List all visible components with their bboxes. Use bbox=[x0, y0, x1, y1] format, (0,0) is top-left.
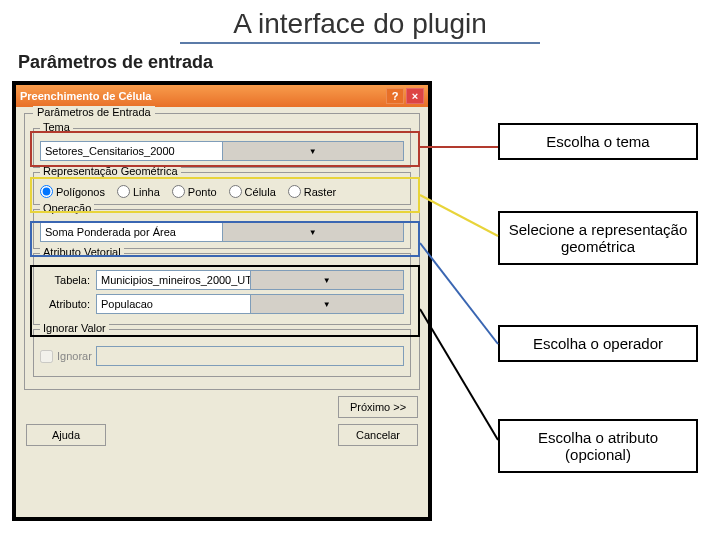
ignorar-title: Ignorar Valor bbox=[40, 322, 109, 334]
plugin-dialog: Preenchimento de Célula ? × Parâmetros d… bbox=[12, 81, 432, 521]
atributo-label: Atributo: bbox=[40, 298, 90, 310]
dialog-title: Preenchimento de Célula bbox=[20, 90, 151, 102]
operacao-title: Operação bbox=[40, 202, 94, 214]
cancelar-button[interactable]: Cancelar bbox=[338, 424, 418, 446]
subgroup-tema: Tema Setores_Censitarios_2000 ▼ bbox=[33, 128, 411, 168]
callout-tema: Escolha o tema bbox=[498, 123, 698, 160]
chevron-down-icon[interactable]: ▼ bbox=[250, 271, 404, 289]
connector-attr bbox=[420, 305, 500, 445]
help-icon[interactable]: ? bbox=[386, 88, 404, 104]
connector-repr bbox=[420, 191, 500, 241]
ajuda-button[interactable]: Ajuda bbox=[26, 424, 106, 446]
callout-oper: Escolha o operador bbox=[498, 325, 698, 362]
atributo-combo[interactable]: Populacao ▼ bbox=[96, 294, 404, 314]
chevron-down-icon[interactable]: ▼ bbox=[222, 223, 404, 241]
atributo-value: Populacao bbox=[97, 298, 250, 310]
chevron-down-icon[interactable]: ▼ bbox=[222, 142, 404, 160]
tema-combo[interactable]: Setores_Censitarios_2000 ▼ bbox=[40, 141, 404, 161]
tabela-label: Tabela: bbox=[40, 274, 90, 286]
tema-title: Tema bbox=[40, 121, 73, 133]
chevron-down-icon[interactable]: ▼ bbox=[250, 295, 404, 313]
slide-title: A interface do plugin bbox=[0, 8, 720, 40]
operacao-combo[interactable]: Soma Ponderada por Área ▼ bbox=[40, 222, 404, 242]
slide-subtitle: Parâmetros de entrada bbox=[18, 52, 720, 73]
radio-ponto[interactable]: Ponto bbox=[172, 185, 217, 198]
tabela-value: Municipios_mineiros_2000_UTM1 bbox=[97, 274, 250, 286]
ignorar-checkbox[interactable]: Ignorar bbox=[40, 350, 90, 363]
callout-attr: Escolha o atributo (opcional) bbox=[498, 419, 698, 473]
radio-linha[interactable]: Linha bbox=[117, 185, 160, 198]
ignorar-field bbox=[96, 346, 404, 366]
radio-raster[interactable]: Raster bbox=[288, 185, 336, 198]
tabela-combo[interactable]: Municipios_mineiros_2000_UTM1 ▼ bbox=[96, 270, 404, 290]
subgroup-representacao: Representação Geométrica Polígonos Linha… bbox=[33, 172, 411, 205]
subgroup-atributo: Atributo Vetorial Tabela: Municipios_min… bbox=[33, 253, 411, 325]
group-title: Parâmetros de Entrada bbox=[33, 106, 155, 118]
subgroup-operacao: Operação Soma Ponderada por Área ▼ bbox=[33, 209, 411, 249]
radio-celula[interactable]: Célula bbox=[229, 185, 276, 198]
callout-repr: Selecione a representação geométrica bbox=[498, 211, 698, 265]
close-icon[interactable]: × bbox=[406, 88, 424, 104]
repr-title: Representação Geométrica bbox=[40, 165, 181, 177]
proximo-button[interactable]: Próximo >> bbox=[338, 396, 418, 418]
tema-value: Setores_Censitarios_2000 bbox=[41, 145, 222, 157]
operacao-value: Soma Ponderada por Área bbox=[41, 226, 222, 238]
atributo-title: Atributo Vetorial bbox=[40, 246, 124, 258]
dialog-titlebar[interactable]: Preenchimento de Célula ? × bbox=[16, 85, 428, 107]
connector-tema bbox=[420, 143, 500, 151]
group-parametros-entrada: Parâmetros de Entrada Tema Setores_Censi… bbox=[24, 113, 420, 390]
divider bbox=[180, 42, 540, 44]
subgroup-ignorar: Ignorar Valor Ignorar bbox=[33, 329, 411, 377]
radio-poligonos[interactable]: Polígonos bbox=[40, 185, 105, 198]
connector-oper bbox=[420, 239, 500, 349]
